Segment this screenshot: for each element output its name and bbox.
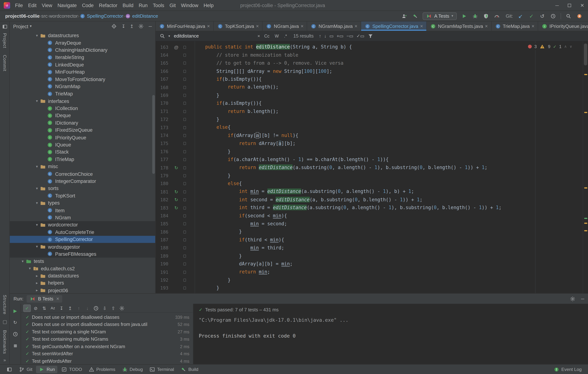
select-all-occurrences-icon[interactable]: ✓▭	[357, 34, 364, 38]
code-line-174[interactable]: 174 if(dArray[a][b] != null){	[156, 132, 583, 140]
line-number[interactable]: 179	[156, 173, 168, 178]
line-number[interactable]: 174	[156, 133, 168, 138]
line-number[interactable]: 163	[156, 45, 168, 50]
menu-help[interactable]: Help	[201, 2, 216, 8]
fold-marker-icon[interactable]	[182, 214, 188, 217]
line-number[interactable]: 169	[156, 93, 168, 98]
code-line-165[interactable]: 165 // to get to from a --> 0, remove. V…	[156, 59, 583, 67]
close-tab-icon[interactable]: ×	[256, 24, 259, 29]
tree-item-ChainingHashDictionary[interactable]: CChainingHashDictionary	[10, 46, 155, 54]
fold-marker-icon[interactable]	[182, 70, 188, 73]
add-occurrence-icon[interactable]: +▭	[336, 34, 344, 38]
collapse-all-button[interactable]: ↥	[66, 304, 74, 312]
project-panel-title[interactable]: Project	[13, 23, 28, 29]
stripe-more-icon[interactable]: »	[3, 357, 6, 363]
tree-toggle-icon[interactable]: ▾	[34, 223, 40, 227]
menu-edit[interactable]: Edit	[25, 2, 39, 8]
menu-refactor[interactable]: Refactor	[96, 2, 120, 8]
fold-marker-icon[interactable]	[182, 142, 188, 145]
stripe-project-button[interactable]: Project	[2, 33, 7, 48]
fold-marker-icon[interactable]	[182, 231, 188, 233]
tree-toggle-icon[interactable]: ▾	[34, 187, 40, 190]
run-configurations-combo[interactable]: A Tests▾	[423, 12, 457, 20]
line-number[interactable]: 175	[156, 141, 168, 146]
tree-toggle-icon[interactable]: ▸	[34, 281, 40, 285]
code-line-182[interactable]: 182↻ int second = editDistance(a, b.subs…	[156, 196, 583, 204]
line-number[interactable]: 176	[156, 149, 168, 154]
fold-marker-icon[interactable]	[182, 46, 188, 49]
stripe-bookmarks-button[interactable]: Bookmarks	[2, 330, 7, 354]
tree-item-LinkedDeque[interactable]: CLinkedDeque	[10, 61, 155, 68]
tree-toggle-icon[interactable]: ▾	[34, 34, 40, 38]
menu-window[interactable]: Window	[178, 2, 201, 8]
line-number[interactable]: 186	[156, 229, 168, 235]
prev-occurrence-icon[interactable]: ↑	[319, 34, 321, 38]
tree-item-IPriorityQueue[interactable]: IIPriorityQueue	[10, 134, 155, 141]
close-tab-icon[interactable]: ×	[485, 24, 488, 29]
tree-item-project06[interactable]: ▸project06	[10, 287, 155, 293]
line-number[interactable]: 180	[156, 181, 168, 186]
tab-NGramMap.java[interactable]: CNGramMap.java×	[307, 21, 361, 31]
code-line-193[interactable]: 193 }	[156, 284, 583, 292]
status-terminal[interactable]: Terminal	[147, 366, 177, 373]
git-commit-button[interactable]: ✓	[528, 12, 535, 19]
sort-by-duration-button[interactable]: ⇅	[41, 304, 48, 312]
tree-toggle-icon[interactable]: ▾	[34, 201, 40, 205]
tree-item-AutoCompleteTrie[interactable]: CAutoCompleteTrie	[10, 229, 155, 236]
line-number[interactable]: 185	[156, 221, 168, 227]
line-number[interactable]: 177	[156, 157, 168, 162]
tree-item-TrieMap[interactable]: CTrieMap	[10, 90, 155, 98]
git-history-button[interactable]	[550, 12, 556, 19]
tree-item-CorrectionChoice[interactable]: CCorrectionChoice	[10, 170, 155, 178]
stripe-tool-icon[interactable]	[3, 320, 7, 324]
code-line-183[interactable]: 183↻ int third = editDistance(a.substrin…	[156, 204, 583, 212]
tree-item-IDeque[interactable]: IIDeque	[10, 112, 155, 119]
tab-IPriorityQueue.java[interactable]: IIPriorityQueue.java×	[538, 21, 588, 31]
fold-marker-icon[interactable]	[182, 239, 188, 241]
open-in-find-window-icon[interactable]: ▭	[329, 34, 334, 38]
tree-item-edu.caltech.cs2[interactable]: ▾edu.caltech.cs2	[10, 265, 155, 272]
breadcrumb-src[interactable]: src	[41, 13, 47, 19]
funnel-icon[interactable]	[368, 33, 374, 39]
menu-view[interactable]: View	[39, 2, 55, 8]
run-button[interactable]	[461, 12, 467, 19]
tab-TopKSort.java[interactable]: CTopKSort.java×	[214, 21, 262, 31]
fold-marker-icon[interactable]	[182, 254, 188, 257]
code-line-177[interactable]: 177 if(a.charAt(a.length() - 1) == b.cha…	[156, 155, 583, 164]
line-number[interactable]: 166	[156, 69, 168, 74]
words-toggle[interactable]: W	[274, 33, 280, 39]
line-number[interactable]: 178	[156, 165, 168, 170]
rerun-failed-button[interactable]: ↻	[11, 319, 19, 326]
tree-item-sorts[interactable]: ▾sorts	[10, 185, 155, 192]
tree-item-types[interactable]: ▾types	[10, 199, 155, 207]
test-row[interactable]: ✓Test getWordsAfter4 ms	[21, 357, 193, 364]
prev-problem-icon[interactable]: ∧	[564, 45, 567, 48]
code-line-191[interactable]: 191 return min;	[156, 268, 583, 276]
tab-MinFourHeap.java[interactable]: CMinFourHeap.java×	[156, 21, 214, 31]
fold-marker-icon[interactable]	[182, 134, 188, 137]
tree-toggle-icon[interactable]: ▾	[34, 245, 40, 249]
close-tab-icon[interactable]: ×	[355, 24, 357, 29]
test-row[interactable]: ✓Test getCountsAfter on a nonexistent NG…	[21, 343, 193, 350]
breadcrumb-wordcorrector[interactable]: wordcorrector	[49, 13, 78, 19]
line-number[interactable]: 181	[156, 189, 168, 194]
tree-item-NGramMap[interactable]: CNGramMap	[10, 83, 155, 90]
code-line-189[interactable]: 189 }	[156, 252, 583, 260]
tree-toggle-icon[interactable]: ▾	[34, 99, 40, 103]
code-line-167[interactable]: 167 if(b.isEmpty()){	[156, 75, 583, 83]
breadcrumb-project06-collie[interactable]: project06-collie	[5, 13, 40, 19]
tree-item-misc[interactable]: ▾misc	[10, 163, 155, 170]
code-line-173[interactable]: 173 else{	[156, 123, 583, 132]
git-update-button[interactable]: ↙	[517, 12, 524, 19]
status-git[interactable]: Git	[16, 366, 35, 373]
fold-marker-icon[interactable]	[182, 278, 188, 281]
fold-marker-icon[interactable]	[182, 222, 188, 225]
search-history-icon[interactable]: ▾	[168, 34, 170, 38]
menu-run[interactable]: Run	[136, 2, 150, 8]
tree-toggle-icon[interactable]: ▾	[20, 259, 25, 263]
code-line-171[interactable]: 171 return b.length();	[156, 108, 583, 115]
fold-marker-icon[interactable]	[182, 78, 188, 81]
line-number[interactable]: 192	[156, 277, 168, 283]
code-line-187[interactable]: 187 if(third < min){	[156, 236, 583, 244]
ide-update-button[interactable]	[576, 12, 583, 19]
